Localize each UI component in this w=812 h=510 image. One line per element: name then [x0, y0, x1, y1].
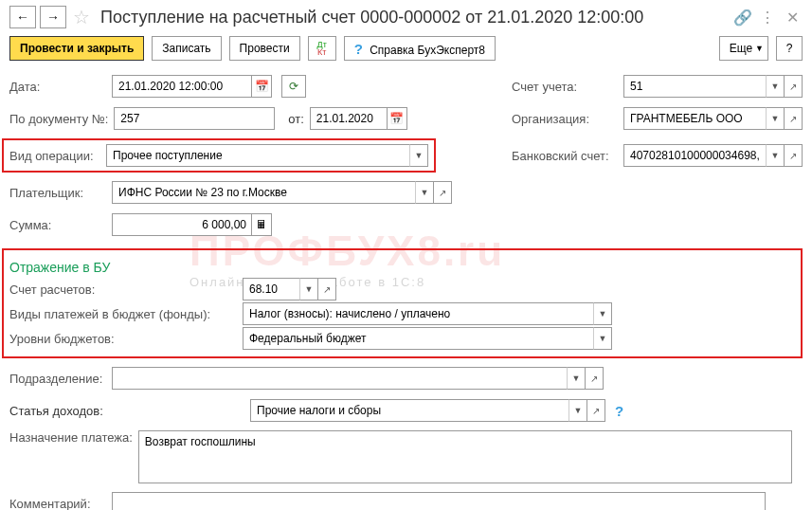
- form: Дата: 📅 ⟳ Счет учета: ▼ ↗ По документу №…: [9, 74, 803, 510]
- payer-label: Плательщик:: [9, 186, 106, 200]
- optype-input[interactable]: [106, 144, 409, 167]
- nav-back-button[interactable]: ←: [9, 6, 36, 28]
- division-open-icon[interactable]: ↗: [585, 367, 604, 390]
- comment-input[interactable]: [112, 492, 766, 510]
- header-bar: ← → ☆ Поступление на расчетный счет 0000…: [9, 6, 803, 28]
- income-label: Статья доходов:: [9, 404, 244, 418]
- docdate-label: от:: [288, 112, 304, 126]
- sum-label: Сумма:: [9, 218, 106, 232]
- paytype-dropdown[interactable]: ▼: [593, 302, 612, 325]
- division-dropdown[interactable]: ▼: [567, 367, 586, 390]
- paytype-input[interactable]: [243, 302, 593, 325]
- toolbar: Провести и закрыть Записать Провести ДтК…: [9, 36, 803, 61]
- account-label: Счет учета:: [512, 80, 618, 94]
- accounting-section: Отражение в БУ Счет расчетов: ▼ ↗ Виды п…: [2, 248, 803, 358]
- help-icon[interactable]: ?: [615, 403, 623, 419]
- help-reference-button[interactable]: ? Справка БухЭксперт8: [344, 36, 496, 61]
- post-and-close-button[interactable]: Провести и закрыть: [9, 36, 144, 61]
- bu-section-title: Отражение в БУ: [9, 260, 795, 275]
- settl-input[interactable]: [243, 278, 299, 301]
- sum-input[interactable]: [112, 213, 252, 236]
- purpose-label: Назначение платежа:: [9, 430, 133, 445]
- kebab-menu-icon[interactable]: ⋮: [757, 7, 778, 27]
- page-title: Поступление на расчетный счет 0000-00000…: [97, 8, 729, 27]
- help-icon: ?: [354, 41, 363, 57]
- budget-input[interactable]: [243, 327, 593, 350]
- calendar-icon[interactable]: 📅: [387, 107, 407, 130]
- write-button[interactable]: Записать: [152, 36, 221, 61]
- docnum-label: По документу №:: [9, 112, 108, 126]
- settl-label: Счет расчетов:: [9, 282, 237, 297]
- comment-label: Комментарий:: [9, 497, 106, 511]
- org-label: Организация:: [512, 112, 618, 126]
- payer-dropdown[interactable]: ▼: [415, 181, 434, 204]
- date-label: Дата:: [9, 80, 106, 94]
- dtkt-button[interactable]: ДтКт: [308, 36, 336, 61]
- paytype-label: Виды платежей в бюджет (фонды):: [9, 307, 237, 321]
- optype-label: Вид операции:: [9, 149, 100, 163]
- payer-open-icon[interactable]: ↗: [433, 181, 452, 204]
- docnum-input[interactable]: [114, 107, 275, 130]
- budget-label: Уровни бюджетов:: [9, 332, 237, 346]
- account-open-icon[interactable]: ↗: [784, 75, 803, 98]
- post-button[interactable]: Провести: [229, 36, 300, 61]
- purpose-textarea[interactable]: [138, 430, 792, 483]
- docdate-input[interactable]: [310, 107, 388, 130]
- more-label: Еще: [730, 42, 752, 55]
- income-open-icon[interactable]: ↗: [586, 399, 605, 422]
- bankacc-open-icon[interactable]: ↗: [784, 144, 803, 167]
- chevron-down-icon: ▼: [755, 44, 764, 53]
- account-input[interactable]: [623, 75, 766, 98]
- bankacc-input[interactable]: [623, 144, 766, 167]
- date-input[interactable]: [112, 75, 252, 98]
- settl-dropdown[interactable]: ▼: [299, 278, 318, 301]
- dtkt-icon: ДтКт: [317, 41, 327, 56]
- org-dropdown[interactable]: ▼: [766, 107, 785, 130]
- division-label: Подразделение:: [9, 372, 106, 386]
- bankacc-dropdown[interactable]: ▼: [766, 144, 785, 167]
- nav-forward-button[interactable]: →: [40, 6, 66, 28]
- org-input[interactable]: [623, 107, 766, 130]
- payer-input[interactable]: [112, 181, 415, 204]
- close-icon[interactable]: ✕: [782, 7, 803, 27]
- calendar-icon[interactable]: 📅: [251, 75, 272, 98]
- account-dropdown[interactable]: ▼: [766, 75, 785, 98]
- settl-open-icon[interactable]: ↗: [317, 278, 336, 301]
- more-button[interactable]: Еще ▼: [719, 36, 768, 61]
- optype-dropdown[interactable]: ▼: [409, 144, 428, 167]
- link-icon[interactable]: 🔗: [732, 7, 753, 27]
- income-dropdown[interactable]: ▼: [568, 399, 587, 422]
- bankacc-label: Банковский счет:: [512, 149, 618, 163]
- refresh-icon[interactable]: ⟳: [281, 75, 306, 98]
- favorite-star-icon[interactable]: ☆: [70, 6, 93, 28]
- budget-dropdown[interactable]: ▼: [593, 327, 612, 350]
- calculator-icon[interactable]: 🖩: [251, 213, 272, 236]
- help-reference-label: Справка БухЭксперт8: [370, 44, 485, 57]
- org-open-icon[interactable]: ↗: [784, 107, 803, 130]
- help-button[interactable]: ?: [776, 36, 803, 61]
- income-input[interactable]: [250, 399, 568, 422]
- division-input[interactable]: [112, 367, 567, 390]
